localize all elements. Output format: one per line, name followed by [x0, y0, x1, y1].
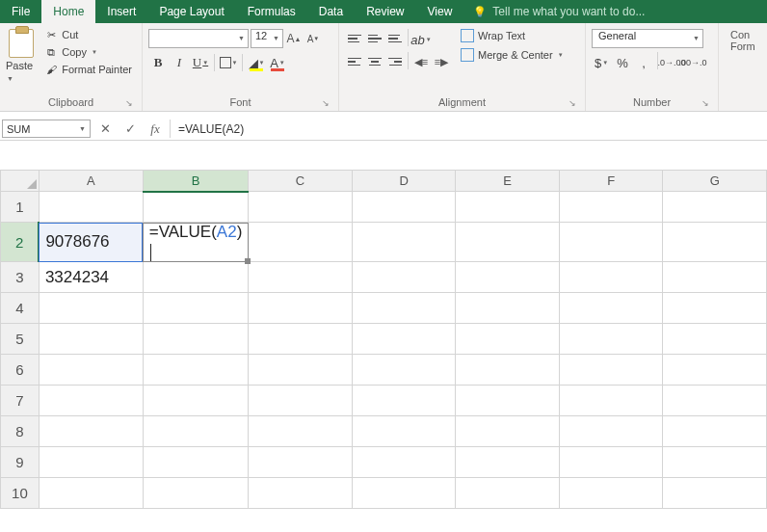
- cell-G7[interactable]: [663, 386, 767, 416]
- row-header-4[interactable]: 4: [1, 293, 40, 324]
- col-header-C[interactable]: C: [249, 171, 353, 192]
- select-all-corner[interactable]: [1, 171, 40, 192]
- wrap-text-button[interactable]: Wrap Text: [455, 27, 569, 44]
- cond-format-partial[interactable]: Con: [730, 29, 754, 40]
- cell-G5[interactable]: [663, 324, 767, 355]
- cell-D3[interactable]: [352, 262, 456, 293]
- cell-A6[interactable]: [39, 355, 143, 386]
- cell-C1[interactable]: [249, 192, 353, 223]
- paste-button[interactable]: Paste▼: [6, 25, 37, 94]
- cell-F10[interactable]: [559, 478, 663, 509]
- cell-G8[interactable]: [663, 416, 767, 447]
- align-middle-button[interactable]: [365, 29, 384, 48]
- cell-E6[interactable]: [456, 355, 560, 386]
- cell-G2[interactable]: [663, 223, 767, 262]
- cell-C3[interactable]: [249, 262, 353, 293]
- cell-E5[interactable]: [456, 324, 560, 355]
- percent-format-button[interactable]: %: [613, 52, 632, 73]
- cell-C10[interactable]: [249, 478, 353, 509]
- row-header-9[interactable]: 9: [1, 447, 40, 478]
- cell-C7[interactable]: [249, 386, 353, 416]
- font-color-button[interactable]: A▼: [268, 52, 287, 73]
- row-header-1[interactable]: 1: [1, 192, 40, 223]
- col-header-G[interactable]: G: [663, 171, 767, 192]
- decrease-decimal-button[interactable]: .00→.0: [683, 52, 702, 73]
- cell-E2[interactable]: [456, 223, 560, 262]
- col-header-F[interactable]: F: [559, 171, 663, 192]
- cell-A5[interactable]: [39, 324, 143, 355]
- row-header-6[interactable]: 6: [1, 355, 40, 386]
- cell-A7[interactable]: [39, 386, 143, 416]
- insert-function-button[interactable]: fx: [146, 120, 164, 138]
- cell-B7[interactable]: [143, 386, 249, 416]
- merge-center-button[interactable]: Merge & Center▼: [455, 46, 569, 64]
- orientation-button[interactable]: ab▼: [411, 29, 431, 50]
- cell-B3[interactable]: [143, 262, 249, 293]
- cell-D7[interactable]: [352, 386, 456, 416]
- tab-review[interactable]: Review: [355, 0, 415, 23]
- cell-C2[interactable]: [249, 223, 353, 262]
- cell-G3[interactable]: [663, 262, 767, 293]
- cell-C9[interactable]: [249, 447, 353, 478]
- col-header-B[interactable]: B: [143, 171, 249, 192]
- cell-D9[interactable]: [352, 447, 456, 478]
- cell-C6[interactable]: [249, 355, 353, 386]
- cell-B4[interactable]: [143, 293, 249, 324]
- cell-A9[interactable]: [39, 447, 143, 478]
- number-format-select[interactable]: General▼: [592, 29, 703, 48]
- row-header-8[interactable]: 8: [1, 416, 40, 447]
- enter-formula-button[interactable]: ✓: [121, 120, 139, 138]
- font-size-select[interactable]: 12▼: [251, 29, 283, 48]
- align-bottom-button[interactable]: [385, 29, 405, 48]
- cell-A2[interactable]: 9078676: [39, 223, 143, 262]
- tab-file[interactable]: File: [0, 0, 41, 23]
- cell-C4[interactable]: [249, 293, 353, 324]
- cell-B6[interactable]: [143, 355, 249, 386]
- align-top-button[interactable]: [345, 29, 364, 48]
- cell-F6[interactable]: [559, 355, 663, 386]
- row-header-10[interactable]: 10: [1, 478, 40, 509]
- row-header-7[interactable]: 7: [1, 386, 40, 416]
- cell-B1[interactable]: [143, 192, 249, 223]
- borders-button[interactable]: ▼: [219, 52, 238, 73]
- row-header-5[interactable]: 5: [1, 324, 40, 355]
- cell-G4[interactable]: [663, 293, 767, 324]
- align-left-button[interactable]: [345, 52, 364, 71]
- cell-F9[interactable]: [559, 447, 663, 478]
- cell-F2[interactable]: [559, 223, 663, 262]
- cell-E9[interactable]: [456, 447, 560, 478]
- cell-B5[interactable]: [143, 324, 249, 355]
- cell-F4[interactable]: [559, 293, 663, 324]
- cell-C8[interactable]: [249, 416, 353, 447]
- cell-D5[interactable]: [352, 324, 456, 355]
- cell-E8[interactable]: [456, 416, 560, 447]
- tab-home[interactable]: Home: [41, 0, 95, 23]
- dialog-launcher-icon[interactable]: ↘: [124, 98, 134, 108]
- italic-button[interactable]: I: [170, 52, 189, 73]
- accounting-format-button[interactable]: $▼: [592, 52, 611, 73]
- cancel-formula-button[interactable]: ✕: [96, 120, 114, 138]
- cell-D1[interactable]: [352, 192, 456, 223]
- cell-D8[interactable]: [352, 416, 456, 447]
- dialog-launcher-icon[interactable]: ↘: [701, 98, 710, 108]
- comma-format-button[interactable]: ,: [634, 52, 653, 73]
- cell-A3[interactable]: 3324234: [39, 262, 143, 293]
- cell-G10[interactable]: [663, 478, 767, 509]
- cell-G6[interactable]: [663, 355, 767, 386]
- cell-A1[interactable]: [39, 192, 143, 223]
- cell-G1[interactable]: [663, 192, 767, 223]
- cell-E3[interactable]: [456, 262, 560, 293]
- cell-D2[interactable]: [352, 223, 456, 262]
- cell-G9[interactable]: [663, 447, 767, 478]
- cell-D6[interactable]: [352, 355, 456, 386]
- tab-insert[interactable]: Insert: [95, 0, 147, 23]
- cell-C5[interactable]: [249, 324, 353, 355]
- cell-D4[interactable]: [352, 293, 456, 324]
- cell-B9[interactable]: [143, 447, 249, 478]
- tell-me-search[interactable]: 💡 Tell me what you want to do...: [463, 0, 767, 23]
- row-header-2[interactable]: 2: [1, 223, 40, 262]
- dialog-launcher-icon[interactable]: ↘: [568, 98, 577, 108]
- font-name-select[interactable]: ▼: [148, 29, 249, 48]
- cell-B2[interactable]: =VALUE(A2): [143, 223, 249, 262]
- cell-A8[interactable]: [39, 416, 143, 447]
